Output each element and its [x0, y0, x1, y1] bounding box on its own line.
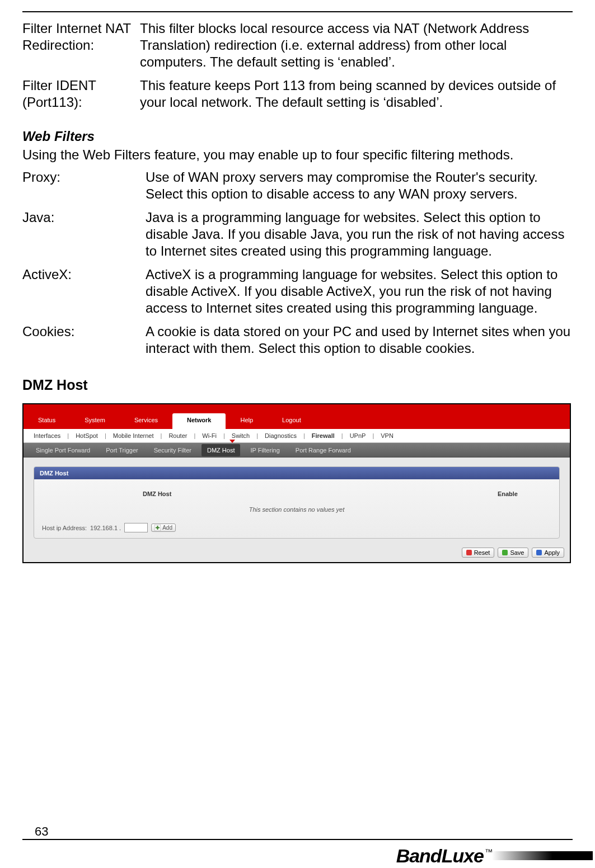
def-label: Filter Internet NAT Redirection:: [22, 20, 140, 77]
apply-label: Apply: [544, 549, 560, 556]
empty-message: This section contains no values yet: [42, 503, 551, 523]
def-desc: ActiveX is a programming language for we…: [146, 266, 573, 323]
top-rule: [22, 11, 573, 12]
table-row: Cookies: A cookie is data stored on your…: [22, 323, 573, 364]
page-number: 63: [22, 824, 573, 840]
brand-row: BandLuxe™: [0, 843, 595, 868]
nav-separator: |: [223, 432, 225, 439]
dmz-host-heading: DMZ Host: [22, 377, 573, 393]
router-body: DMZ Host DMZ Host Enable This section co…: [24, 457, 570, 544]
tertiary-nav: Single Port Forward Port Trigger Securit…: [24, 443, 570, 457]
subtab-router[interactable]: Router: [165, 432, 190, 439]
host-ip-row: Host ip Address: 192.168.1 . Add: [42, 523, 551, 532]
host-ip-label: Host ip Address:: [42, 525, 87, 531]
nav-separator: |: [341, 432, 343, 439]
nav-separator: |: [105, 432, 106, 439]
tab-logout[interactable]: Logout: [268, 412, 316, 429]
sub-nav: Interfaces| HotSpot| Mobile Internet| Ro…: [24, 429, 570, 443]
col-dmz-host: DMZ Host: [143, 490, 171, 497]
apply-icon: [536, 550, 542, 555]
active-indicator-icon: [229, 440, 235, 443]
add-button[interactable]: Add: [151, 523, 176, 532]
subtab-wifi[interactable]: Wi-Fi: [199, 432, 220, 439]
panel-title: DMZ Host: [34, 467, 559, 479]
filter-definitions-table: Filter Internet NAT Redirection: This fi…: [22, 20, 573, 117]
add-icon: [154, 525, 161, 531]
nav-separator: |: [256, 432, 258, 439]
nav-separator: |: [194, 432, 195, 439]
terttab-single-port-forward[interactable]: Single Port Forward: [30, 444, 96, 456]
gradient-bar-icon: [492, 851, 593, 860]
terttab-dmz-host[interactable]: DMZ Host: [202, 444, 241, 456]
save-button[interactable]: Save: [498, 548, 528, 558]
table-row: Filter Internet NAT Redirection: This fi…: [22, 20, 573, 77]
reset-button[interactable]: Reset: [462, 548, 495, 558]
table-row: Filter IDENT (Port113): This feature kee…: [22, 77, 573, 117]
terttab-port-range-forward[interactable]: Port Range Forward: [290, 444, 357, 456]
web-filters-heading: Web Filters: [22, 129, 573, 144]
subtab-firewall[interactable]: Firewall: [308, 432, 338, 439]
subtab-mobile-internet[interactable]: Mobile Internet: [110, 432, 157, 439]
tab-services[interactable]: Services: [120, 412, 172, 429]
add-button-label: Add: [162, 525, 172, 531]
nav-separator: |: [303, 432, 305, 439]
subtab-hotspot[interactable]: HotSpot: [72, 432, 101, 439]
def-label: Proxy:: [22, 169, 146, 209]
web-filters-intro: Using the Web Filters feature, you may e…: [22, 147, 573, 163]
svg-rect-2: [156, 527, 160, 529]
tab-system[interactable]: System: [70, 412, 120, 429]
subtab-upnp[interactable]: UPnP: [346, 432, 369, 439]
table-row: Java: Java is a programming language for…: [22, 209, 573, 266]
main-nav: Status System Services Network Help Logo…: [24, 412, 570, 429]
tab-network[interactable]: Network: [172, 413, 226, 429]
def-desc: Use of WAN proxy servers may compromise …: [146, 169, 573, 209]
def-label: Java:: [22, 209, 146, 266]
subtab-switch[interactable]: Switch: [228, 432, 253, 439]
tab-help[interactable]: Help: [226, 412, 268, 429]
page-footer: 63 BandLuxe™: [0, 819, 595, 868]
brand-text: BandLuxe: [396, 845, 484, 866]
def-desc: Java is a programming language for websi…: [146, 209, 573, 266]
terttab-security-filter[interactable]: Security Filter: [148, 444, 197, 456]
def-label: Cookies:: [22, 323, 146, 364]
def-desc: This feature keeps Port 113 from being s…: [140, 77, 573, 117]
nav-separator: |: [372, 432, 374, 439]
router-admin-screenshot: Status System Services Network Help Logo…: [22, 403, 571, 563]
column-headers: DMZ Host Enable: [42, 488, 551, 503]
reset-icon: [466, 550, 472, 555]
tab-status[interactable]: Status: [24, 412, 70, 429]
web-filters-table: Proxy: Use of WAN proxy servers may comp…: [22, 169, 573, 364]
def-desc: A cookie is data stored on your PC and u…: [146, 323, 573, 364]
table-row: ActiveX: ActiveX is a programming langua…: [22, 266, 573, 323]
dmz-host-panel: DMZ Host DMZ Host Enable This section co…: [34, 466, 560, 539]
col-enable: Enable: [498, 490, 518, 497]
save-label: Save: [510, 549, 524, 556]
def-label: ActiveX:: [22, 266, 146, 323]
save-icon: [502, 550, 508, 555]
panel-body: DMZ Host Enable This section contains no…: [34, 479, 559, 538]
nav-separator: |: [161, 432, 162, 439]
table-row: Proxy: Use of WAN proxy servers may comp…: [22, 169, 573, 209]
terttab-port-trigger[interactable]: Port Trigger: [100, 444, 143, 456]
subtab-vpn[interactable]: VPN: [377, 432, 397, 439]
def-label: Filter IDENT (Port113):: [22, 77, 140, 117]
header-accent-bar: [24, 404, 570, 412]
apply-button[interactable]: Apply: [532, 548, 564, 558]
host-ip-input[interactable]: [124, 523, 148, 532]
terttab-ip-filtering[interactable]: IP Filtering: [245, 444, 285, 456]
host-ip-prefix: 192.168.1 .: [90, 525, 121, 531]
reset-label: Reset: [474, 549, 490, 556]
nav-separator: |: [67, 432, 69, 439]
def-desc: This filter blocks local resource access…: [140, 20, 573, 77]
subtab-interfaces[interactable]: Interfaces: [30, 432, 64, 439]
subtab-diagnostics[interactable]: Diagnostics: [261, 432, 300, 439]
brand-logo: BandLuxe™: [396, 845, 492, 867]
router-footer: Reset Save Apply: [24, 544, 570, 562]
trademark-symbol: ™: [485, 847, 492, 856]
